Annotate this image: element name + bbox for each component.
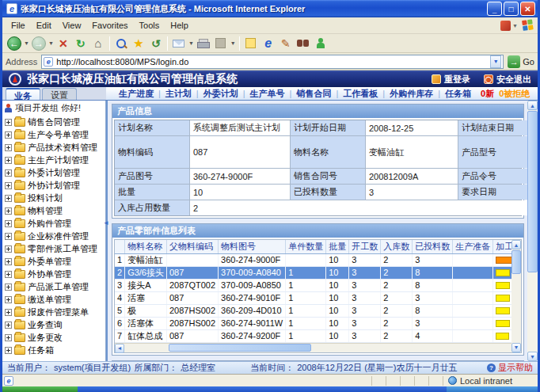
- back-icon[interactable]: ←: [6, 35, 23, 52]
- nav-item-3[interactable]: 生产单号: [245, 88, 290, 100]
- expand-icon[interactable]: [5, 131, 12, 139]
- menu-edit[interactable]: Edit: [31, 19, 57, 32]
- messenger-icon[interactable]: [312, 35, 329, 52]
- collapse-arrow-icon[interactable]: ◄: [103, 219, 109, 226]
- print-icon[interactable]: [195, 35, 212, 52]
- parts-row[interactable]: 2G3/6接头087370-009-A084011032820 %: [115, 266, 511, 279]
- history-icon[interactable]: ↺: [147, 35, 165, 52]
- nav-item-6[interactable]: 外购件库存: [385, 88, 438, 100]
- sidebar-item-8[interactable]: 外购件管理: [2, 217, 105, 230]
- close-button[interactable]: ✕: [520, 2, 535, 16]
- start-button-edge[interactable]: [2, 386, 78, 392]
- sidebar-item-12[interactable]: 外协单管理: [2, 268, 105, 280]
- home-icon[interactable]: ⌂: [89, 35, 107, 52]
- expand-icon[interactable]: [5, 296, 12, 303]
- nav-item-7[interactable]: 任务箱: [440, 88, 476, 100]
- sidebar-item-1[interactable]: 生产令号单管理: [2, 128, 105, 141]
- expand-icon[interactable]: [5, 157, 12, 164]
- nav-item-2[interactable]: 外委计划: [199, 88, 243, 100]
- expand-icon[interactable]: [5, 182, 12, 189]
- tab-设置[interactable]: 设置: [42, 88, 77, 100]
- refresh-icon[interactable]: ↻: [72, 35, 89, 52]
- scroll-up-icon[interactable]: ▲: [511, 240, 521, 249]
- address-dropdown-icon[interactable]: ▼: [490, 55, 501, 68]
- edit-icon[interactable]: [212, 35, 230, 52]
- find-icon[interactable]: [295, 35, 312, 52]
- forward-icon[interactable]: →: [30, 35, 48, 52]
- sidebar-item-18[interactable]: 任务箱: [2, 344, 105, 356]
- relogin-button[interactable]: 重登录: [432, 74, 470, 86]
- column-header[interactable]: 物料名称: [125, 240, 167, 253]
- column-header[interactable]: 批量: [326, 240, 349, 253]
- column-header[interactable]: 父物料编码: [166, 240, 218, 253]
- menu-favorites[interactable]: Favorites: [86, 19, 133, 32]
- expand-icon[interactable]: [5, 119, 12, 126]
- address-input[interactable]: e http://localhost:8080/MPS/login.do ▼: [41, 55, 504, 69]
- sidebar-splitter[interactable]: ◄: [106, 101, 108, 361]
- menu-tools[interactable]: Tools: [134, 19, 165, 32]
- parts-horizontal-scrollbar[interactable]: ◄ ►: [115, 343, 521, 352]
- mail-drop-icon[interactable]: ▼: [188, 40, 194, 46]
- expand-icon[interactable]: [5, 347, 12, 354]
- sidebar-item-7[interactable]: 物料管理: [2, 204, 105, 217]
- expand-icon[interactable]: [5, 207, 12, 215]
- sidebar-item-10[interactable]: 零部件派工单管理: [2, 242, 105, 255]
- sidebar-item-5[interactable]: 外协计划管理: [2, 179, 105, 192]
- column-header[interactable]: 单件数量: [286, 240, 326, 253]
- forward-drop-icon[interactable]: ▼: [48, 40, 54, 46]
- expand-icon[interactable]: [5, 220, 12, 227]
- minimize-button[interactable]: _: [487, 2, 502, 16]
- parts-row[interactable]: 6活塞体2087HS002360-274-9011W11032320 %: [115, 317, 511, 329]
- scroll-down-icon[interactable]: ▼: [511, 343, 521, 352]
- sidebar-item-6[interactable]: 投料计划: [2, 192, 105, 204]
- parts-row[interactable]: 7缸体总成087360-274-9200F11032419 %: [115, 329, 511, 342]
- sidebar-item-0[interactable]: 销售合同管理: [2, 116, 105, 128]
- tree-user-item[interactable]: 项目开发组 你好!: [2, 101, 105, 116]
- column-header[interactable]: 生产准备: [453, 240, 493, 253]
- parts-row[interactable]: 5极2087HS002360-209-4D01011032820 %: [115, 304, 511, 317]
- sidebar-item-13[interactable]: 产品派工单管理: [2, 280, 105, 293]
- expand-icon[interactable]: [5, 271, 12, 278]
- column-header[interactable]: 物料图号: [219, 240, 286, 253]
- sidebar-item-14[interactable]: 缴送单管理: [2, 293, 105, 306]
- parts-vertical-scrollbar[interactable]: ▲ ▼: [511, 240, 521, 352]
- sidebar-item-3[interactable]: 主生产计划管理: [2, 154, 105, 166]
- column-header[interactable]: 加工进度: [493, 240, 511, 253]
- tools-icon[interactable]: ✎: [277, 35, 295, 52]
- sidebar-item-15[interactable]: 报废件管理菜单: [2, 306, 105, 318]
- sidebar-item-9[interactable]: 企业标准件管理: [2, 230, 105, 242]
- expand-icon[interactable]: [5, 258, 12, 265]
- page-scroll-down-icon[interactable]: ▼: [527, 352, 538, 361]
- sidebar-item-11[interactable]: 外委单管理: [2, 255, 105, 268]
- parts-row[interactable]: 3接头A2087QT002370-009-A085011032820 %: [115, 279, 511, 291]
- expand-icon[interactable]: [5, 322, 12, 329]
- nav-item-0[interactable]: 生产进度: [114, 88, 158, 100]
- column-header[interactable]: [115, 240, 125, 253]
- menu-file[interactable]: File: [6, 19, 31, 32]
- column-header[interactable]: 已投料数: [413, 240, 453, 253]
- page-scroll-up-icon[interactable]: ▲: [527, 101, 538, 110]
- favorites-icon[interactable]: ★: [130, 35, 147, 52]
- expand-icon[interactable]: [5, 195, 12, 202]
- column-header[interactable]: 开工数: [349, 240, 381, 253]
- menu-view[interactable]: View: [57, 19, 87, 32]
- expand-icon[interactable]: [5, 284, 12, 291]
- chevron-down-icon[interactable]: ▼: [512, 23, 518, 29]
- nav-item-5[interactable]: 工作看板: [338, 88, 382, 100]
- menu-help[interactable]: Help: [165, 19, 194, 32]
- page-vertical-scrollbar[interactable]: ▲ ▼: [527, 101, 538, 361]
- search-icon[interactable]: [112, 35, 130, 52]
- mail-icon[interactable]: [170, 35, 188, 52]
- expand-icon[interactable]: [5, 233, 12, 240]
- scroll-left-icon[interactable]: ◄: [115, 344, 124, 353]
- sidebar-item-4[interactable]: 外委计划管理: [2, 166, 105, 179]
- tab-业务[interactable]: 业务: [6, 88, 40, 100]
- back-drop-icon[interactable]: ▼: [24, 40, 29, 46]
- nav-item-1[interactable]: 主计划: [161, 88, 196, 100]
- maximize-button[interactable]: □: [504, 2, 519, 16]
- expand-icon[interactable]: [5, 245, 12, 253]
- expand-icon[interactable]: [5, 334, 12, 341]
- ie-icon[interactable]: e: [260, 35, 277, 52]
- notes-icon[interactable]: [242, 35, 260, 52]
- logout-button[interactable]: ◯ 安全退出: [484, 74, 531, 86]
